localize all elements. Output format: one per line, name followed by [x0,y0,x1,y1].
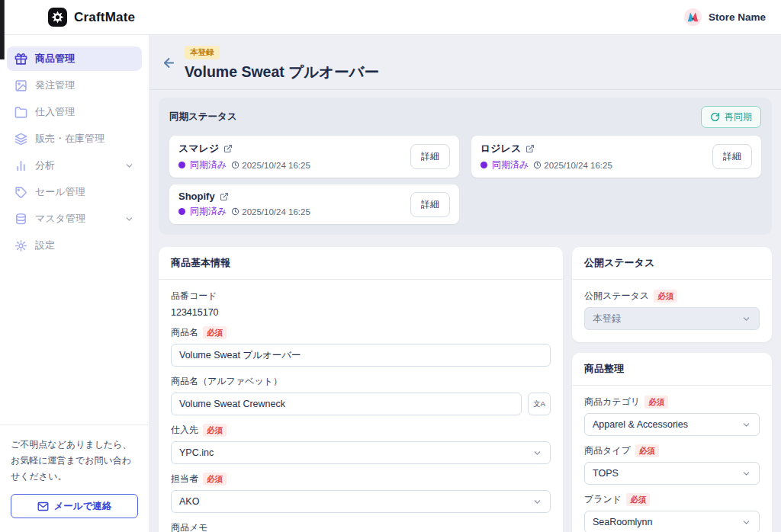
gift-icon [14,53,27,66]
clock-icon [231,161,239,169]
external-link-icon[interactable] [223,144,233,153]
sync-status-panel: 同期ステータス 再同期 スマレジ [159,98,772,235]
publish-status-value: 本登録 [593,312,622,325]
supplier-label: 仕入先 必須 [171,424,551,437]
sync-timestamp: 2025/10/24 16:25 [242,161,310,170]
chevron-down-icon [124,161,134,171]
sync-status-text: 同期済み [190,205,227,218]
sync-service-name: ロジレス [480,142,521,155]
sidebar-item-purchasing[interactable]: 仕入管理 [7,100,142,124]
sidebar-nav: 商品管理 発注管理 仕入管理 販売・在庫管理 分析 [0,35,149,260]
required-badge: 必須 [203,326,227,339]
header-divider [149,89,781,90]
mail-icon [37,501,49,512]
external-link-icon[interactable] [220,192,229,201]
sync-status-text: 同期済み [190,159,227,171]
support-help-text: ご不明点などありましたら、お気軽に運営までお問い合わせください。 [11,437,138,485]
product-code-label: 品番コード [171,290,551,303]
product-type-value: TOPS [593,468,619,479]
required-badge: 必須 [203,424,227,437]
sidebar-item-master[interactable]: マスタ管理 [7,207,142,231]
required-badge: 必須 [654,290,677,303]
organize-card: 商品整理 商品カテゴリ 必須 Apparel & Accessories [572,353,772,532]
sync-service-name: Shopify [178,191,215,202]
status-badge: 本登録 [185,46,220,59]
sidebar-footer: ご不明点などありましたら、お気軽に運営までお問い合わせください。 メールで連絡 [0,425,149,532]
sync-detail-button[interactable]: 詳細 [410,192,450,217]
required-badge: 必須 [203,473,227,486]
chevron-down-icon [532,497,542,507]
publish-status-card: 公開ステータス 公開ステータス 必須 本登録 [572,247,772,342]
page-header: 本登録 Volume Sweat プルオーバー [159,41,772,82]
supplier-select[interactable]: YPC.inc [171,441,551,464]
publish-status-select[interactable]: 本登録 [584,307,760,330]
database-icon [14,213,27,226]
sidebar-item-label: 商品管理 [35,52,75,66]
craftmate-logo-icon [47,7,68,27]
sync-detail-button[interactable]: 詳細 [410,144,450,169]
sync-timestamp: 2025/10/24 16:25 [544,161,612,170]
basic-info-card: 商品基本情報 品番コード 123415170 商品名 必須 商品名（アルファベッ… [159,247,563,532]
required-badge: 必須 [635,444,659,457]
product-name-alpha-input[interactable] [171,393,522,415]
basic-info-title: 商品基本情報 [159,247,563,280]
sidebar-item-sale[interactable]: セール管理 [7,180,142,204]
sync-service-name: スマレジ [178,142,219,155]
product-type-select[interactable]: TOPS [584,462,760,485]
bar-chart-icon [14,159,27,172]
sidebar-item-sales-inventory[interactable]: 販売・在庫管理 [7,127,142,151]
sidebar-item-analytics[interactable]: 分析 [7,153,142,178]
sync-status-dot [178,208,185,215]
publish-status-title: 公開ステータス [572,247,772,280]
organize-title: 商品整理 [572,353,772,386]
brand-name: CraftMate [74,10,135,25]
product-name-label: 商品名 必須 [171,326,551,339]
clock-icon [231,207,239,216]
store-menu[interactable]: Store Name [683,8,766,27]
contact-email-button[interactable]: メールで連絡 [11,494,138,518]
store-logo-icon [683,8,702,27]
resync-button[interactable]: 再同期 [701,106,761,128]
sidebar: 商品管理 発注管理 仕入管理 販売・在庫管理 分析 [0,35,149,532]
sidebar-item-products[interactable]: 商品管理 [7,46,142,71]
brand-value: SeaRoomlynn [593,517,653,527]
sync-status-dot [480,162,487,168]
publish-status-label: 公開ステータス 必須 [584,290,760,303]
back-arrow-icon [162,56,176,70]
brand-label: ブランド 必須 [584,493,760,506]
sidebar-item-orders[interactable]: 発注管理 [7,73,142,98]
back-button[interactable] [162,56,176,71]
category-label: 商品カテゴリ 必須 [584,396,760,409]
chevron-down-icon [741,469,751,479]
translate-icon: 文A [533,399,545,409]
product-code-value: 123415170 [171,307,551,318]
product-name-input[interactable] [171,344,551,367]
chevron-down-icon [741,518,751,527]
sidebar-item-label: セール管理 [35,185,85,199]
sidebar-item-label: マスタ管理 [35,212,85,226]
sync-card-shopify: Shopify 同期済み 2025/10/24 16:25 [169,184,459,224]
sidebar-item-settings[interactable]: 設定 [7,233,142,258]
manager-label: 担当者 必須 [171,473,551,486]
sync-card-logiless: ロジレス 同期済み 2025/10/24 16:25 [471,136,761,178]
sync-panel-title: 同期ステータス [169,111,237,123]
chevron-down-icon [741,420,751,430]
sync-detail-button[interactable]: 詳細 [712,144,752,169]
top-bar: CraftMate Store Name [0,0,781,35]
folder-icon [14,106,27,119]
refresh-icon [710,112,720,122]
category-select[interactable]: Apparel & Accessories [584,413,760,436]
sidebar-item-label: 分析 [35,159,55,172]
sync-status-dot [178,162,185,168]
manager-select[interactable]: AKO [171,490,551,513]
contact-email-label: メールで連絡 [54,500,112,513]
clock-icon [533,161,542,169]
translate-button[interactable]: 文A [528,393,551,415]
sidebar-item-label: 発注管理 [35,79,75,92]
chevron-down-icon [532,448,542,458]
store-name: Store Name [709,11,766,23]
external-link-icon[interactable] [525,144,535,153]
brand-select[interactable]: SeaRoomlynn [584,511,760,532]
window-edge [0,0,5,59]
chevron-down-icon [124,214,134,224]
